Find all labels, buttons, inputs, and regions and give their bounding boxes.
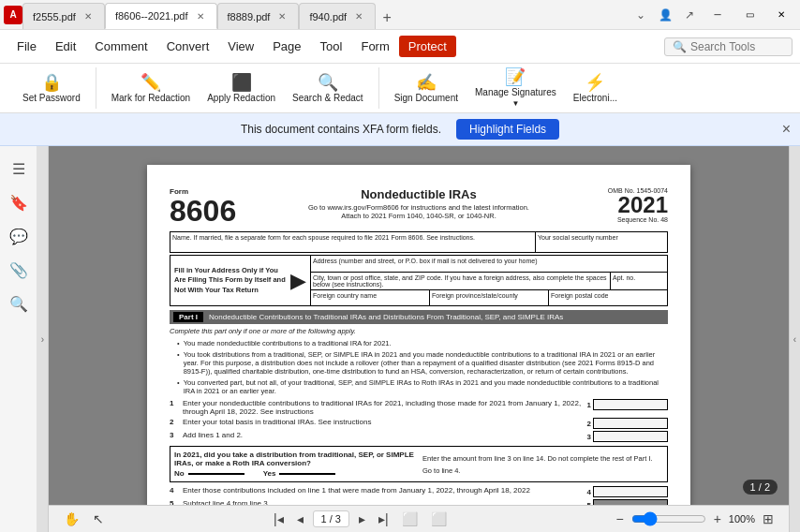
user-btn[interactable]: 👤	[654, 4, 676, 26]
fit-width-btn[interactable]: ⬜	[427, 510, 451, 528]
foreign-postal: Foreign postal code	[549, 290, 667, 305]
first-page-btn[interactable]: |◂	[270, 510, 288, 528]
electronic-button[interactable]: ⚡ Electroni...	[566, 67, 625, 109]
pdf-content[interactable]: Form 8606 Nondeductible IRAs Go to www.i…	[49, 146, 789, 505]
form-year: 2021	[584, 194, 668, 216]
mark-redaction-icon: ✏️	[141, 74, 161, 91]
lock-icon: 🔒	[41, 74, 62, 91]
sidebar-search-icon[interactable]: 🔍	[4, 288, 34, 318]
tab-close-btn[interactable]: ✕	[275, 10, 289, 22]
menu-edit[interactable]: Edit	[46, 36, 85, 57]
tab-list-btn[interactable]: ⌄	[630, 4, 652, 26]
last-page-btn[interactable]: ▸|	[375, 510, 393, 528]
tab-label: f2555.pdf	[33, 11, 76, 22]
electronic-icon: ⚡	[585, 74, 605, 91]
share-btn[interactable]: ↗	[678, 4, 701, 26]
main-layout: ☰ 🔖 💬 📎 🔍 › Form 8606 Nondeductible IRAs…	[0, 146, 800, 532]
set-password-label: Set Password	[22, 93, 81, 103]
no-label: No	[174, 469, 185, 478]
search-icon: 🔍	[673, 40, 687, 53]
next-page-btn[interactable]: ▸	[355, 510, 369, 528]
apt-no: Apt. no.	[611, 273, 667, 289]
menu-bar: File Edit Comment Convert View Page Tool…	[0, 30, 800, 64]
bullet-3: You converted part, but not all, of your…	[184, 378, 668, 395]
prev-page-btn[interactable]: ◂	[293, 510, 307, 528]
maximize-btn[interactable]: ▭	[734, 2, 764, 28]
menu-tool[interactable]: Tool	[311, 36, 352, 57]
fit-page-btn[interactable]: ⬜	[398, 510, 422, 528]
tab-close-btn[interactable]: ✕	[81, 10, 95, 22]
apply-redaction-label: Apply Redaction	[207, 93, 275, 103]
row1-text: Enter your nondeductible contributions t…	[183, 399, 584, 416]
search-redact-label: Search & Redact	[292, 93, 363, 103]
address-line1: Address (number and street, or P.O. box …	[311, 256, 667, 273]
row3-text: Add lines 1 and 2.	[183, 431, 584, 439]
tab-f2555[interactable]: f2555.pdf ✕	[22, 3, 105, 29]
tab-f8606[interactable]: f8606--2021.pdf ✕	[105, 3, 217, 29]
manage-signatures-button[interactable]: 📝 Manage Signatures ▼	[467, 67, 564, 109]
mark-redaction-button[interactable]: ✏️ Mark for Redaction	[104, 67, 198, 109]
sidebar-comment-icon[interactable]: 💬	[4, 221, 34, 251]
menu-page[interactable]: Page	[263, 36, 310, 57]
search-redact-icon: 🔍	[318, 74, 338, 91]
apply-redaction-button[interactable]: ⬛ Apply Redaction	[200, 67, 283, 109]
tab-label: f8606--2021.pdf	[115, 10, 188, 22]
menu-convert[interactable]: Convert	[157, 36, 219, 57]
sidebar-layers-icon[interactable]: ☰	[4, 154, 34, 184]
page-indicator[interactable]: 1 / 3	[313, 510, 349, 527]
sign-document-label: Sign Document	[394, 93, 458, 103]
bullet-2: You took distributions from a traditiona…	[184, 350, 668, 376]
highlight-fields-button[interactable]: Highlight Fields	[456, 119, 559, 140]
sidebar-bookmark-icon[interactable]: 🔖	[4, 187, 34, 217]
title-bar-controls: ⌄ 👤 ↗ ─ ▭ ✕	[630, 2, 796, 28]
notification-close-button[interactable]: ×	[782, 121, 791, 138]
menu-file[interactable]: File	[7, 36, 46, 57]
no-action: Enter the amount from line 3 on line 14.…	[422, 454, 663, 463]
tab-close-btn[interactable]: ✕	[194, 10, 207, 22]
tab-f940[interactable]: f940.pdf ✕	[299, 3, 376, 29]
close-btn[interactable]: ✕	[766, 2, 796, 28]
title-bar: A f2555.pdf ✕ f8606--2021.pdf ✕ f8889.pd…	[0, 0, 800, 30]
ribbon: 🔒 Set Password ✏️ Mark for Redaction ⬛ A…	[0, 64, 800, 113]
select-tool-button[interactable]: ↖	[89, 510, 108, 528]
notification-text: This document contains XFA form fields.	[241, 123, 441, 136]
instructions2: Attach to 2021 Form 1040, 1040-SR, or 10…	[265, 212, 572, 220]
zoom-slider[interactable]	[631, 511, 706, 526]
menu-protect[interactable]: Protect	[399, 36, 456, 57]
arrow-icon: ▶	[290, 269, 306, 293]
part1-label: Part I	[173, 312, 203, 322]
pdf-bottom-bar: ✋ ↖ |◂ ◂ 1 / 3 ▸ ▸| ⬜ ⬜ − + 100% ⊞	[49, 505, 789, 532]
search-redact-button[interactable]: 🔍 Search & Redact	[285, 67, 371, 109]
menu-view[interactable]: View	[218, 36, 263, 57]
form-number: 8606	[170, 196, 254, 226]
foreign-country: Foreign country name	[311, 290, 430, 305]
right-collapse-handle[interactable]: ‹	[789, 146, 800, 532]
city-field: City, town or post office, state, and ZI…	[311, 273, 611, 289]
sidebar-attachment-icon[interactable]: 📎	[4, 255, 34, 285]
ribbon-group-redaction: ✏️ Mark for Redaction ⬛ Apply Redaction …	[96, 67, 379, 109]
zoom-out-btn[interactable]: −	[612, 510, 627, 528]
search-input[interactable]	[690, 40, 784, 53]
zoom-area: − + 100% ⊞	[612, 510, 778, 528]
tab-f8889[interactable]: f8889.pdf ✕	[217, 3, 300, 29]
menu-form[interactable]: Form	[351, 36, 398, 57]
mark-redaction-label: Mark for Redaction	[111, 93, 190, 103]
set-password-button[interactable]: 🔒 Set Password	[15, 67, 88, 109]
zoom-in-btn[interactable]: +	[710, 510, 725, 528]
part1-subtitle: Complete this part only if one or more o…	[170, 327, 668, 335]
menu-search[interactable]: 🔍	[664, 37, 793, 56]
minimize-btn[interactable]: ─	[703, 2, 733, 28]
new-tab-button[interactable]: +	[376, 7, 398, 29]
pdf-nav: |◂ ◂ 1 / 3 ▸ ▸| ⬜ ⬜	[270, 510, 451, 528]
sign-document-button[interactable]: ✍️ Sign Document	[387, 67, 466, 109]
row2-num: 2	[170, 418, 179, 426]
menu-comment[interactable]: Comment	[85, 36, 156, 57]
signatures-icon: 📝	[505, 68, 526, 85]
view-options-btn[interactable]: ⊞	[759, 510, 778, 528]
left-collapse-handle[interactable]: ›	[37, 146, 49, 532]
yes-action: Go to line 4.	[422, 466, 663, 475]
pdf-page: Form 8606 Nondeductible IRAs Go to www.i…	[147, 165, 690, 505]
hand-tool-button[interactable]: ✋	[60, 510, 83, 528]
instructions1: Go to www.irs.gov/Form8606 for instructi…	[265, 203, 572, 212]
tab-close-btn[interactable]: ✕	[352, 10, 365, 22]
